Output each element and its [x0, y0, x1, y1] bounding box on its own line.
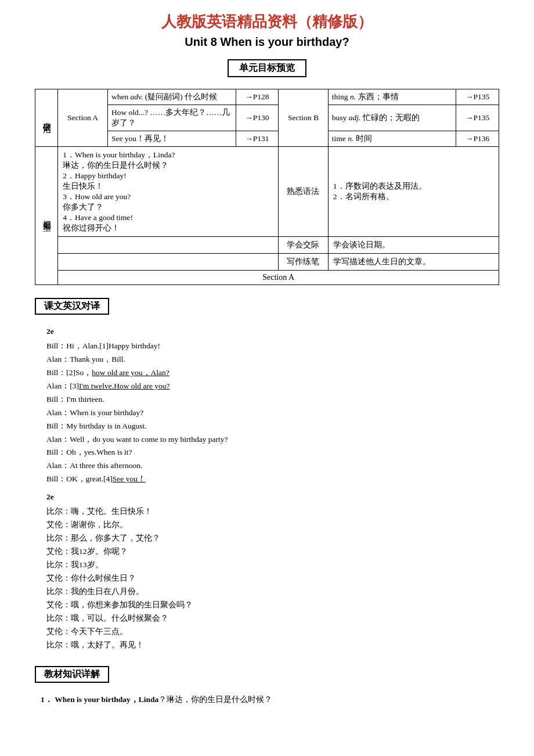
vocab-item-3-term: See you！再见！	[107, 131, 236, 147]
section-a-bottom: Section A	[58, 271, 499, 285]
knowledge-header-box: 教材知识详解	[35, 666, 109, 683]
dialogue-cn-3: 比尔：那么，你多大了，艾伦？	[46, 532, 488, 545]
dialogue-cn-5: 比尔：我13岁。	[46, 559, 488, 572]
vocab-item-3-arrow: →P131	[236, 131, 279, 147]
right-vocab-3-term: time n. 时间	[328, 131, 456, 147]
unit-overview-header: 单元目标预览	[228, 59, 306, 77]
dialogue-cn-8: 艾伦：哦，你想来参加我的生日聚会吗？	[46, 599, 488, 612]
dialogue-cn-2: 艾伦：谢谢你，比尔。	[46, 519, 488, 532]
dialogue-en-2: Alan：Thank you，Bill.	[46, 353, 488, 366]
vocab-item-1-term: when adv. (疑问副词) 什么时候	[107, 89, 236, 105]
vocab-overview-table: 突破词汇 Section A when adv. (疑问副词) 什么时候 →P1…	[35, 89, 499, 285]
section-a-label: Section A	[58, 89, 108, 147]
dialogue-cn-9: 比尔：哦，可以。什么时候聚会？	[46, 612, 488, 625]
knowledge-item-1: 1． When is your birthday，Linda？琳达，你的生日是什…	[41, 693, 493, 707]
vocab-item-2-term: How old...? ……多大年纪？……几岁了？	[107, 105, 236, 131]
sub-title: Unit 8 When is your birthday?	[35, 35, 499, 49]
xiezuo-label: 写作练笔	[279, 254, 329, 271]
dialogue-en-11: Bill：OK，great.[4]See you！	[46, 473, 488, 486]
dialogue-2e-chinese-label: 2e	[46, 491, 488, 504]
dialogue-en-5: Bill：I'm thirteen.	[46, 393, 488, 406]
knowledge-item-1-bold: When is your birthday，Linda	[55, 695, 158, 704]
dialogue-en-6: Alan：When is your birthday?	[46, 406, 488, 420]
vocab-item-2-arrow: →P130	[236, 105, 279, 131]
underline-2: I'm twelve.How old are you?	[79, 381, 170, 390]
kewen-header-box: 课文英汉对译	[35, 298, 109, 315]
section-b-label: Section B	[279, 89, 329, 147]
jiaoji-content: 学会谈论日期。	[328, 237, 499, 254]
right-vocab-2-term: busy adj. 忙碌的；无暇的	[328, 105, 456, 131]
vocab-label: 突破词汇	[35, 89, 58, 147]
dialogue-2e-label: 2e	[46, 325, 488, 339]
underline-1: how old are you，Alan?	[92, 368, 169, 377]
dialogue-en-7: Bill：My birthday is in August.	[46, 420, 488, 433]
dialogue-section: 2e Bill：Hi，Alan.[1]Happy birthday! Alan：…	[46, 325, 488, 486]
dialogue-cn-6: 艾伦：你什么时候生日？	[46, 572, 488, 585]
main-title: 人教版英语精品资料（精修版）	[35, 12, 499, 32]
shufa-content: 1．序数词的表达及用法。 2．名词所有格。	[328, 147, 499, 237]
right-vocab-2-arrow: →P135	[456, 105, 499, 131]
knowledge-item-1-number: 1．	[41, 695, 53, 704]
dialogue-en-9: Bill：Oh，yes.When is it?	[46, 446, 488, 459]
jiaoji-label: 学会交际	[279, 237, 329, 254]
dialogue-cn-11: 比尔：哦，太好了。再见！	[46, 639, 488, 652]
dialogue-en-3: Bill：[2]So，how old are you，Alan?	[46, 366, 488, 380]
knowledge-section: 教材知识详解 1． When is your birthday，Linda？琳达…	[35, 660, 499, 707]
sentences-label: 把握句型	[35, 147, 58, 285]
dialogue-cn-1: 比尔：嗨，艾伦。生日快乐！	[46, 505, 488, 519]
underline-3: See you！	[113, 474, 146, 483]
right-vocab-1-arrow: →P135	[456, 89, 499, 105]
dialogue-en-8: Alan：Well，do you want to come to my birt…	[46, 433, 488, 447]
dialogue-cn-7: 比尔：我的生日在八月份。	[46, 585, 488, 599]
shufa-label: 熟悉语法	[279, 147, 329, 237]
dialogue-en-10: Alan：At three this afternoon.	[46, 459, 488, 473]
dialogue-cn-10: 艾伦：今天下午三点。	[46, 625, 488, 639]
vocab-item-1-arrow: →P128	[236, 89, 279, 105]
dialogue-chinese-section: 2e 比尔：嗨，艾伦。生日快乐！ 艾伦：谢谢你，比尔。 比尔：那么，你多大了，艾…	[46, 491, 488, 651]
dialogue-en-4: Alan：[3]I'm twelve.How old are you?	[46, 380, 488, 393]
right-vocab-1-term: thing n. 东西；事情	[328, 89, 456, 105]
sentences-content: 1．When is your birthday，Linda? 琳达，你的生日是什…	[58, 147, 279, 237]
dialogue-cn-4: 艾伦：我12岁。你呢？	[46, 545, 488, 559]
dialogue-en-1: Bill：Hi，Alan.[1]Happy birthday!	[46, 340, 488, 353]
right-vocab-3-arrow: →P136	[456, 131, 499, 147]
xiezuo-content: 学写描述他人生日的文章。	[328, 254, 499, 271]
